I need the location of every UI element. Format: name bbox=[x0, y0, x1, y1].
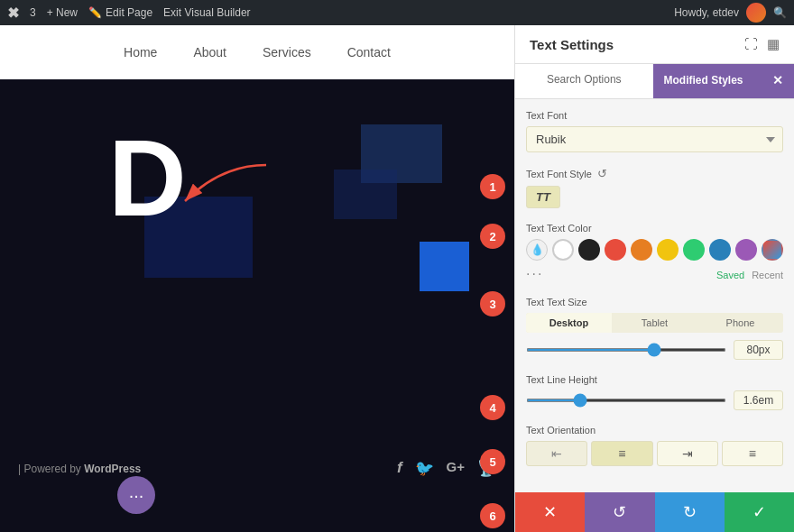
numbered-circle-4: 4 bbox=[480, 395, 505, 420]
text-color-group: Text Text Color 💧 ··· bbox=[526, 223, 783, 282]
text-size-slider[interactable] bbox=[526, 348, 726, 352]
orientation-label: Text Orientation bbox=[526, 425, 783, 436]
saved-label[interactable]: Saved bbox=[716, 270, 744, 280]
panel-footer: ✕ ↺ ↻ ✓ bbox=[515, 492, 794, 532]
deco-rect-2 bbox=[334, 170, 397, 219]
text-size-label: Text Text Size bbox=[526, 297, 783, 307]
wp-logo: ✖ bbox=[7, 5, 19, 22]
search-icon-top[interactable]: 🔍 bbox=[773, 6, 787, 19]
color-gradient[interactable] bbox=[762, 239, 783, 261]
nav-about[interactable]: About bbox=[193, 45, 226, 60]
text-font-style-label: Text Font Style ↺ bbox=[526, 167, 783, 180]
arrow-pointer bbox=[149, 156, 275, 219]
cancel-button[interactable]: ✕ bbox=[515, 492, 585, 532]
edit-page-link[interactable]: ✏️ Edit Page bbox=[88, 6, 152, 19]
text-font-style-group: Text Font Style ↺ TT bbox=[526, 167, 783, 208]
preview-footer: | Powered by WordPress f 🐦 G+ 📡 bbox=[0, 459, 514, 478]
admin-bar: ✖ 3 + New ✏️ Edit Page Exit Visual Build… bbox=[0, 0, 794, 25]
nav-home[interactable]: Home bbox=[124, 45, 157, 60]
nav-contact[interactable]: Contact bbox=[347, 45, 391, 60]
redo-button[interactable]: ↻ bbox=[655, 492, 725, 532]
color-red[interactable] bbox=[605, 239, 626, 261]
line-height-group: Text Line Height bbox=[526, 374, 783, 410]
style-btn-tt[interactable]: TT bbox=[526, 186, 560, 208]
color-green[interactable] bbox=[683, 239, 705, 261]
more-colors-dots[interactable]: ··· bbox=[526, 266, 543, 282]
preview-hero: D | Powered by WordPress f 🐦 G+ bbox=[0, 79, 514, 532]
floating-action-button[interactable]: ··· bbox=[117, 476, 155, 514]
settings-panel: Text Settings ⛶ ▦ Search Options Modifie… bbox=[514, 25, 794, 532]
orientation-buttons: ⇤ ≡ ⇥ ≡ bbox=[526, 441, 783, 466]
panel-tabs: Search Options Modified Styles ✕ bbox=[515, 64, 794, 99]
size-tabs: Desktop Tablet Phone bbox=[526, 313, 783, 333]
orient-right[interactable]: ⇥ bbox=[657, 441, 718, 466]
tab-modified-styles[interactable]: Modified Styles ✕ bbox=[653, 64, 795, 98]
googleplus-icon: G+ bbox=[447, 459, 465, 478]
eyedropper-icon[interactable]: 💧 bbox=[526, 239, 548, 261]
columns-icon[interactable]: ▦ bbox=[767, 36, 780, 52]
admin-number: 3 bbox=[30, 6, 36, 19]
numbered-circle-1: 1 bbox=[480, 174, 505, 199]
numbered-circle-2: 2 bbox=[480, 224, 505, 249]
orientation-group: Text Orientation ⇤ ≡ ⇥ ≡ bbox=[526, 425, 783, 466]
save-button[interactable]: ✓ bbox=[725, 492, 794, 532]
text-size-slider-row bbox=[526, 340, 783, 360]
footer-powered-text: | Powered by WordPress bbox=[18, 463, 141, 475]
orient-left[interactable]: ⇤ bbox=[526, 441, 587, 466]
color-swatches: 💧 bbox=[526, 239, 783, 261]
size-tab-tablet[interactable]: Tablet bbox=[612, 313, 697, 333]
font-style-reset-icon[interactable]: ↺ bbox=[597, 167, 607, 180]
text-font-label: Text Font bbox=[526, 110, 783, 121]
text-size-value[interactable] bbox=[734, 340, 783, 360]
recent-label[interactable]: Recent bbox=[752, 270, 783, 280]
nav-services[interactable]: Services bbox=[263, 45, 311, 60]
pencil-icon: ✏️ bbox=[88, 6, 102, 19]
text-font-select[interactable]: Rubik Arial Georgia bbox=[526, 126, 783, 152]
cancel-icon: ✕ bbox=[543, 502, 557, 522]
text-size-group: Text Text Size Desktop Tablet Phone bbox=[526, 297, 783, 360]
orient-center[interactable]: ≡ bbox=[591, 441, 652, 466]
line-height-label: Text Line Height bbox=[526, 374, 783, 385]
numbered-circle-5: 5 bbox=[480, 449, 505, 474]
redo-icon: ↻ bbox=[683, 502, 697, 522]
line-height-slider-row bbox=[526, 390, 783, 410]
panel-title: Text Settings bbox=[530, 37, 614, 52]
admin-new[interactable]: + New bbox=[47, 6, 78, 19]
style-buttons: TT bbox=[526, 186, 783, 208]
expand-icon[interactable]: ⛶ bbox=[744, 36, 758, 52]
panel-body: Text Font Rubik Arial Georgia Text Font … bbox=[515, 99, 794, 492]
undo-icon: ↺ bbox=[613, 502, 626, 522]
undo-button[interactable]: ↺ bbox=[585, 492, 654, 532]
color-orange[interactable] bbox=[631, 239, 652, 261]
tab-close-icon[interactable]: ✕ bbox=[772, 73, 783, 87]
preview-nav: Home About Services Contact bbox=[0, 25, 514, 79]
text-font-group: Text Font Rubik Arial Georgia bbox=[526, 110, 783, 152]
size-tab-phone[interactable]: Phone bbox=[697, 313, 783, 333]
color-purple[interactable] bbox=[735, 239, 757, 261]
numbered-circle-6: 6 bbox=[480, 503, 505, 528]
numbered-circle-3: 3 bbox=[480, 291, 505, 316]
text-color-label: Text Text Color bbox=[526, 223, 783, 234]
page-preview: Home About Services Contact D bbox=[0, 25, 514, 532]
exit-builder-link[interactable]: Exit Visual Builder bbox=[163, 6, 251, 19]
tab-search-options[interactable]: Search Options bbox=[515, 64, 653, 98]
line-height-slider[interactable] bbox=[526, 399, 726, 402]
line-height-value[interactable] bbox=[734, 390, 783, 410]
facebook-icon: f bbox=[397, 459, 402, 478]
panel-header-icons: ⛶ ▦ bbox=[744, 36, 780, 52]
size-tab-desktop[interactable]: Desktop bbox=[526, 313, 612, 333]
twitter-icon: 🐦 bbox=[415, 459, 434, 478]
color-blue[interactable] bbox=[709, 239, 731, 261]
orient-justify[interactable]: ≡ bbox=[722, 441, 783, 466]
howdy-text: Howdy, etdev bbox=[674, 6, 739, 19]
color-white[interactable] bbox=[552, 239, 574, 261]
deco-rect-4 bbox=[420, 242, 469, 291]
save-icon: ✓ bbox=[752, 502, 766, 522]
panel-header: Text Settings ⛶ ▦ bbox=[515, 25, 794, 64]
avatar-icon bbox=[746, 3, 766, 23]
color-yellow[interactable] bbox=[657, 239, 679, 261]
color-black[interactable] bbox=[578, 239, 600, 261]
